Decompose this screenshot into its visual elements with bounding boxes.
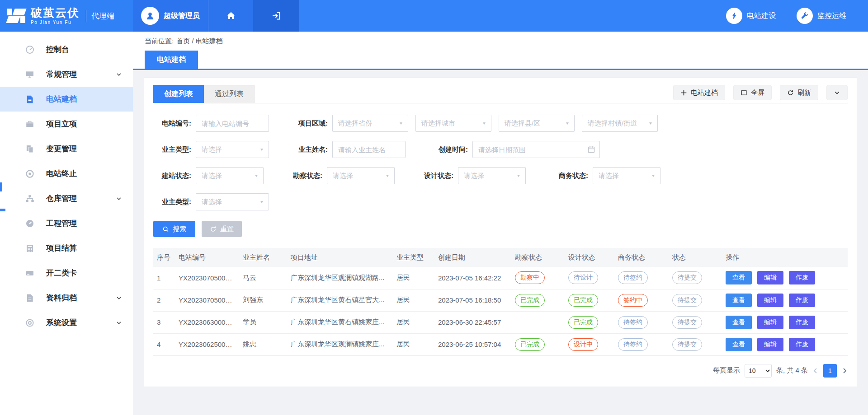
edit-button[interactable]: 编辑 xyxy=(757,294,783,307)
row-index: 4 xyxy=(153,333,175,355)
region-select-city[interactable]: 请选择城市▼ xyxy=(415,115,491,132)
station-code-input[interactable] xyxy=(196,115,269,132)
caret-down-icon: ▼ xyxy=(651,173,656,177)
void-button[interactable]: 作废 xyxy=(789,338,815,351)
view-button[interactable]: 查看 xyxy=(726,316,752,329)
sidebar-item-second-class-card[interactable]: 开二类卡 xyxy=(0,261,133,285)
scroll-indicator xyxy=(0,209,5,211)
sidebar-item-change-management[interactable]: 变更管理 xyxy=(0,136,133,161)
edit-button[interactable]: 编辑 xyxy=(757,271,783,284)
logo[interactable]: 破茧云伏 Po Jian Yun Fu 代理端 xyxy=(0,0,133,32)
breadcrumb-prefix: 当前位置: xyxy=(145,37,174,46)
page-tab-station-archive[interactable]: 电站建档 xyxy=(145,51,198,69)
created-time-input[interactable] xyxy=(472,141,600,158)
settings-icon xyxy=(25,318,35,328)
page-1-button[interactable]: 1 xyxy=(823,364,837,378)
sidebar-item-station-archive[interactable]: 电站建档 xyxy=(0,87,133,112)
column-header: 商务状态 xyxy=(614,248,669,267)
sidebar-item-project-approval[interactable]: 项目立项 xyxy=(0,112,133,136)
topbar-link-monitor-ops[interactable]: 监控运维 xyxy=(797,8,846,24)
logo-divider xyxy=(86,10,86,22)
user-menu[interactable]: 超级管理员 xyxy=(133,0,208,32)
status-cell: 设计中 xyxy=(565,333,614,355)
build-status-select[interactable]: 请选择▼ xyxy=(196,167,264,184)
toolbar-fullscreen-button[interactable]: 全屏 xyxy=(733,85,772,100)
status-badge: 签约中 xyxy=(618,294,648,307)
sidebar-item-project-settlement[interactable]: 项目结算 xyxy=(0,236,133,261)
status-cell: 已完成 xyxy=(511,333,565,355)
page-size-select[interactable]: 10 xyxy=(745,364,772,378)
owner-type: 居民 xyxy=(393,333,434,355)
column-header: 创建日期 xyxy=(434,248,511,267)
panel-toolbar: 电站建档全屏刷新 xyxy=(673,85,848,103)
refresh-icon xyxy=(787,89,794,96)
toolbar-collapse-button[interactable] xyxy=(826,85,848,100)
logout-button[interactable] xyxy=(253,0,299,32)
owner-type-label: 业主类型: xyxy=(153,145,191,154)
station-code: YX2023062500004 xyxy=(175,333,239,355)
tab-pass-list[interactable]: 通过列表 xyxy=(204,85,255,103)
edit-button[interactable]: 编辑 xyxy=(757,316,783,329)
view-button[interactable]: 查看 xyxy=(726,271,752,284)
status-cell: 已完成 xyxy=(511,289,565,311)
next-page-button[interactable] xyxy=(841,368,848,374)
caret-down-icon: ▼ xyxy=(565,121,570,125)
toolbar-button-label: 电站建档 xyxy=(691,89,718,97)
toolbar-add-station-button[interactable]: 电站建档 xyxy=(673,85,725,100)
region-select-province[interactable]: 请选择省份▼ xyxy=(332,115,408,132)
reset-button[interactable]: 重置 xyxy=(202,221,242,237)
caret-down-icon: ▼ xyxy=(259,200,264,204)
toolbar-button-label: 全屏 xyxy=(751,89,764,97)
pagination: 每页显示 10 条, 共 4 条 1 xyxy=(153,364,848,378)
sidebar-item-label: 仓库管理 xyxy=(46,193,77,204)
card-icon xyxy=(25,268,35,278)
sidebar-item-data-archive[interactable]: 资料归档 xyxy=(0,285,133,310)
archive-icon xyxy=(25,293,35,303)
toolbar-refresh-button[interactable]: 刷新 xyxy=(780,85,818,100)
username: 超级管理员 xyxy=(164,11,200,21)
void-button[interactable]: 作废 xyxy=(789,271,815,284)
sidebar-item-label: 电站终止 xyxy=(46,168,77,179)
logo-subtitle: Po Jian Yun Fu xyxy=(31,20,80,25)
project-address: 广东深圳龙华区黄石镇姚家庄... xyxy=(287,311,393,333)
status-badge: 设计中 xyxy=(568,338,598,351)
sidebar-item-engineering-management[interactable]: 工程管理 xyxy=(0,211,133,236)
void-button[interactable]: 作废 xyxy=(789,294,815,307)
region-select-town[interactable]: 请选择村镇/街道▼ xyxy=(582,115,658,132)
station-archive-panel: 创建列表通过列表 电站建档全屏刷新 电站编号: 项目区域: 请选择省份▼请选择城… xyxy=(144,77,857,387)
panel-tabs: 创建列表通过列表 xyxy=(153,85,255,103)
prev-page-button[interactable] xyxy=(812,368,819,374)
owner-type2-select[interactable]: 请选择▼ xyxy=(196,193,269,210)
home-button[interactable] xyxy=(208,0,253,32)
caret-down-icon: ▼ xyxy=(399,121,403,125)
business-status-select[interactable]: 请选择▼ xyxy=(593,167,660,184)
copy-icon xyxy=(25,144,35,154)
owner-type2-label: 业主类型: xyxy=(153,198,191,206)
owner-type-select[interactable]: 请选择▼ xyxy=(196,141,269,158)
select-placeholder: 请选择村镇/街道 xyxy=(588,119,637,128)
scroll-indicator xyxy=(0,182,2,191)
edit-button[interactable]: 编辑 xyxy=(757,338,783,351)
region-select-county[interactable]: 请选择县/区▼ xyxy=(499,115,575,132)
owner-name-input[interactable] xyxy=(332,141,406,158)
void-button[interactable]: 作废 xyxy=(789,316,815,329)
column-header: 项目地址 xyxy=(287,248,393,267)
sidebar-item-system-settings[interactable]: 系统设置 xyxy=(0,310,133,335)
sidebar-item-station-termination[interactable]: 电站终止 xyxy=(0,161,133,186)
sidebar-menu: 控制台常规管理电站建档项目立项变更管理电站终止仓库管理工程管理项目结算开二类卡资… xyxy=(0,37,133,335)
chevron-down-icon xyxy=(116,196,122,202)
design-status-select[interactable]: 请选择▼ xyxy=(458,167,526,184)
target-icon xyxy=(25,169,35,179)
survey-status-select[interactable]: 请选择▼ xyxy=(327,167,395,184)
sidebar-item-warehouse-management[interactable]: 仓库管理 xyxy=(0,186,133,211)
status-badge: 已完成 xyxy=(568,294,598,307)
sidebar-item-console[interactable]: 控制台 xyxy=(0,37,133,62)
view-button[interactable]: 查看 xyxy=(726,338,752,351)
view-button[interactable]: 查看 xyxy=(726,294,752,307)
search-button[interactable]: 搜索 xyxy=(153,221,195,237)
topbar-link-station-build[interactable]: 电站建设 xyxy=(726,8,776,24)
sidebar-item-general-management[interactable]: 常规管理 xyxy=(0,62,133,87)
tab-create-list[interactable]: 创建列表 xyxy=(153,85,204,103)
sidebar-item-label: 工程管理 xyxy=(46,218,77,228)
wrench-icon xyxy=(797,8,813,24)
